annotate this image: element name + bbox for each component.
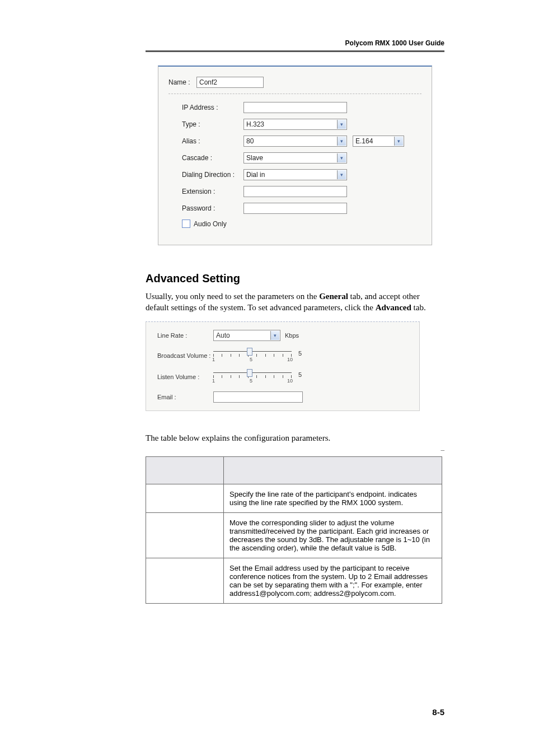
extension-label: Extension : [168,188,243,195]
page-number: 8-5 [432,707,444,717]
type-dropdown[interactable]: H.323 ▾ [243,119,347,130]
dialing-direction-dropdown[interactable]: Dial in ▾ [243,169,347,180]
table-desc-cell: Set the Email address used by the partic… [224,558,442,603]
chevron-down-icon: ▾ [337,153,346,162]
cascade-value: Slave [246,154,263,162]
chevron-down-icon: ▾ [337,120,346,129]
advanced-settings-panel: Line Rate : Auto ▾ Kbps Broadcast Volume… [146,321,420,411]
chevron-down-icon: ▾ [337,170,346,179]
panel-separator [168,94,421,94]
listen-volume-label: Listen Volume : [157,374,213,380]
broadcast-volume-value: 5 [298,350,302,361]
alias-input[interactable]: 80 ▾ [243,136,347,147]
table-param-cell [146,484,224,512]
alias-label: Alias : [168,137,243,145]
email-label: Email : [157,394,213,400]
audio-only-checkbox[interactable] [182,220,190,228]
broadcast-volume-slider[interactable]: 1510 [213,349,292,362]
table-desc-cell: Specify the line rate of the participant… [224,484,442,512]
table-row: Move the corresponding slider to adjust … [146,512,442,558]
table-header-description [224,456,442,484]
cascade-label: Cascade : [168,154,243,162]
table-row: Set the Email address used by the partic… [146,558,442,603]
table-intro: The table below explains the configurati… [146,433,444,443]
parameters-table: Specify the line rate of the participant… [146,456,442,604]
ip-address-label: IP Address : [168,104,243,111]
chevron-down-icon: ▾ [394,137,403,146]
type-dropdown-value: H.323 [246,120,264,128]
chevron-down-icon: ▾ [270,331,279,340]
name-input-value: Conf2 [199,78,217,86]
alias-type-dropdown[interactable]: E.164 ▾ [353,136,404,147]
dialing-direction-value: Dial in [246,171,265,179]
section-paragraph: Usually, you only need to set the parame… [146,291,444,314]
line-rate-value: Auto [216,332,230,339]
dialing-direction-label: Dialing Direction : [168,171,243,179]
email-input[interactable] [213,391,303,403]
broadcast-volume-label: Broadcast Volume : [157,352,213,359]
table-param-cell [146,558,224,603]
listen-volume-value: 5 [298,371,302,382]
alias-value: 80 [246,137,254,145]
section-title: Advanced Setting [146,272,444,285]
name-label: Name : [168,78,196,86]
table-caption: – [146,445,444,454]
table-desc-cell: Move the corresponding slider to adjust … [224,512,442,558]
line-rate-dropdown[interactable]: Auto ▾ [213,330,280,341]
name-input[interactable]: Conf2 [196,77,264,88]
chevron-down-icon: ▾ [337,137,346,146]
slider-thumb-icon [247,348,252,356]
table-param-cell [146,512,224,558]
table-caption-left [146,445,441,454]
listen-volume-slider[interactable]: 1510 [213,370,292,384]
slider-thumb-icon [247,369,252,377]
alias-type-value: E.164 [355,137,373,145]
line-rate-unit: Kbps [285,332,299,339]
type-label: Type : [168,120,243,128]
table-header-parameter [146,456,224,484]
general-settings-panel: Name : Conf2 IP Address : Type : H.323 ▾… [158,66,432,245]
ip-address-input[interactable] [243,102,347,113]
table-row: Specify the line rate of the participant… [146,484,442,512]
password-input[interactable] [243,203,347,214]
cascade-dropdown[interactable]: Slave ▾ [243,152,347,164]
audio-only-label: Audio Only [194,220,227,228]
password-label: Password : [168,204,243,212]
header-rule [146,50,444,52]
table-caption-right: – [441,445,445,454]
line-rate-label: Line Rate : [157,332,213,339]
extension-input[interactable] [243,186,347,197]
doc-header-title: Polycom RMX 1000 User Guide [146,39,444,47]
